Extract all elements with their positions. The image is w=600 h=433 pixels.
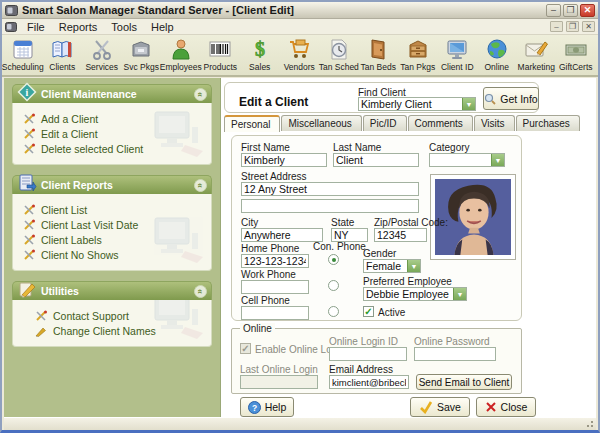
cell-phone-radio[interactable] [328, 306, 339, 317]
toolbar-marketing[interactable]: Marketing [517, 37, 557, 72]
get-info-button[interactable]: Get Info [483, 87, 539, 110]
toolbar-svc-pkgs[interactable]: Svc Pkgs [122, 37, 162, 72]
first-name-field[interactable] [241, 153, 327, 167]
work-phone-radio[interactable] [328, 280, 339, 291]
tab-strip: Personal Miscellaneous Pic/ID Comments V… [224, 115, 581, 132]
last-online-login-field [240, 375, 318, 389]
street-address-field-2[interactable] [241, 199, 419, 213]
chevron-down-icon[interactable]: ▼ [407, 260, 420, 272]
toolbar-label: Online [484, 62, 509, 72]
enable-online-log-checkbox[interactable]: ✓ [240, 343, 251, 354]
toolbar-tan-sched[interactable]: Tan Sched [319, 37, 359, 72]
state-field[interactable] [331, 228, 368, 242]
last-name-label: Last Name [333, 142, 381, 153]
sidebar-item-add-client[interactable]: Add a Client [23, 113, 205, 125]
send-email-button[interactable]: Send Email to Client [416, 374, 512, 390]
sidebar-item-label: Client Labels [41, 234, 102, 246]
tab-comments[interactable]: Comments [408, 115, 473, 131]
tab-pic-id[interactable]: Pic/ID [363, 115, 407, 131]
sidebar-item-client-list[interactable]: Client List [23, 204, 205, 216]
barcode-icon [207, 37, 233, 62]
cell-phone-field[interactable] [241, 306, 309, 320]
sidebar-item-change-client-names[interactable]: Change Client Names [35, 325, 205, 337]
toolbar-clients[interactable]: Clients [43, 37, 83, 72]
online-password-field[interactable] [414, 347, 496, 361]
mdi-close-button[interactable]: ✕ [582, 21, 595, 32]
gender-combobox[interactable]: Female ▼ [363, 259, 421, 273]
collapse-chevron-icon[interactable]: « [194, 285, 207, 298]
person-icon [168, 37, 194, 62]
tab-purchases[interactable]: Purchases [516, 115, 580, 131]
toolbar-services[interactable]: Services [82, 37, 122, 72]
toolbar-giftcerts[interactable]: GiftCerts [556, 37, 596, 72]
toolbar-tan-pkgs[interactable]: Tan Pkgs [398, 37, 438, 72]
street-address-field-1[interactable] [241, 182, 419, 196]
preferred-employee-label: Preferred Employee [363, 276, 452, 287]
edit-pencil-icon [35, 325, 48, 337]
chevron-down-icon[interactable]: ▼ [453, 288, 466, 300]
last-name-field[interactable] [333, 153, 419, 167]
save-button[interactable]: Save [410, 397, 470, 417]
home-phone-field[interactable] [241, 254, 309, 268]
book-icon [49, 37, 75, 62]
sidebar-item-label: Change Client Names [53, 325, 156, 337]
group-header-utilities[interactable]: Utilities « [12, 281, 212, 300]
tools-icon [23, 234, 36, 246]
menu-reports[interactable]: Reports [53, 21, 104, 33]
close-button[interactable]: ✕ [580, 4, 595, 17]
sidebar-item-client-last-visit[interactable]: Client Last Visit Date [23, 219, 205, 231]
toolbar-label: Scheduling [2, 62, 44, 72]
active-checkbox[interactable]: ✓ [363, 306, 374, 317]
restore-button[interactable]: ❐ [563, 4, 578, 17]
tab-visits[interactable]: Visits [474, 115, 515, 131]
toolbar-products[interactable]: Products [201, 37, 241, 72]
menu-file[interactable]: File [21, 21, 51, 33]
menu-tools[interactable]: Tools [105, 21, 143, 33]
collapse-chevron-icon[interactable]: « [194, 179, 207, 192]
mdi-minimize-button[interactable]: – [550, 21, 563, 32]
collapse-chevron-icon[interactable]: « [194, 88, 207, 101]
chevron-down-icon[interactable]: ▼ [462, 98, 475, 110]
tools-icon [23, 204, 36, 216]
group-header-client-maintenance[interactable]: i Client Maintenance « [12, 84, 212, 103]
work-phone-field[interactable] [241, 280, 309, 294]
preferred-employee-combobox[interactable]: Debbie Employee ▼ [363, 287, 467, 301]
toolbar-employees[interactable]: Employees [161, 37, 201, 72]
sidebar-item-label: Edit a Client [41, 128, 98, 140]
tab-miscellaneous[interactable]: Miscellaneous [281, 115, 361, 131]
category-label: Category [429, 142, 470, 153]
sidebar-item-delete-client[interactable]: Delete selected Client [23, 143, 205, 155]
mdi-restore-button[interactable]: ❐ [566, 21, 579, 32]
toolbar-tan-beds[interactable]: Tan Beds [359, 37, 399, 72]
menu-help[interactable]: Help [145, 21, 180, 33]
email-address-field[interactable] [329, 375, 409, 389]
close-button-form[interactable]: Close [476, 397, 536, 417]
online-login-id-field[interactable] [329, 347, 407, 361]
toolbar-client-id[interactable]: Client ID [438, 37, 478, 72]
resize-grip[interactable] [585, 419, 594, 428]
home-phone-radio[interactable] [328, 254, 339, 265]
toolbar-label: Products [203, 62, 237, 72]
toolbar-scheduling[interactable]: Scheduling [3, 37, 43, 72]
tab-personal[interactable]: Personal [224, 115, 280, 132]
zip-field[interactable] [374, 228, 427, 242]
check-icon [419, 401, 433, 414]
toolbar-online[interactable]: Online [477, 37, 517, 72]
group-title: Client Reports [41, 179, 113, 191]
group-header-client-reports[interactable]: Client Reports « [12, 175, 212, 194]
toolbar-vendors[interactable]: Vendors [280, 37, 320, 72]
find-client-combobox[interactable]: Kimberly Client ▼ [358, 97, 476, 111]
sidebar-item-client-no-shows[interactable]: Client No Shows [23, 249, 205, 261]
sidebar-item-contact-support[interactable]: Contact Support [35, 310, 205, 322]
help-button[interactable]: ? Help [240, 397, 294, 417]
svg-text:?: ? [252, 402, 257, 412]
category-combobox[interactable]: ▼ [429, 153, 505, 167]
toolbar-sales[interactable]: $ Sales [240, 37, 280, 72]
svg-text:$: $ [255, 38, 265, 60]
save-label: Save [437, 401, 461, 413]
minimize-button[interactable]: – [546, 4, 561, 17]
sidebar-item-edit-client[interactable]: Edit a Client [23, 128, 205, 140]
sidebar-item-client-labels[interactable]: Client Labels [23, 234, 205, 246]
chevron-down-icon[interactable]: ▼ [491, 154, 504, 166]
city-field[interactable] [241, 228, 323, 242]
